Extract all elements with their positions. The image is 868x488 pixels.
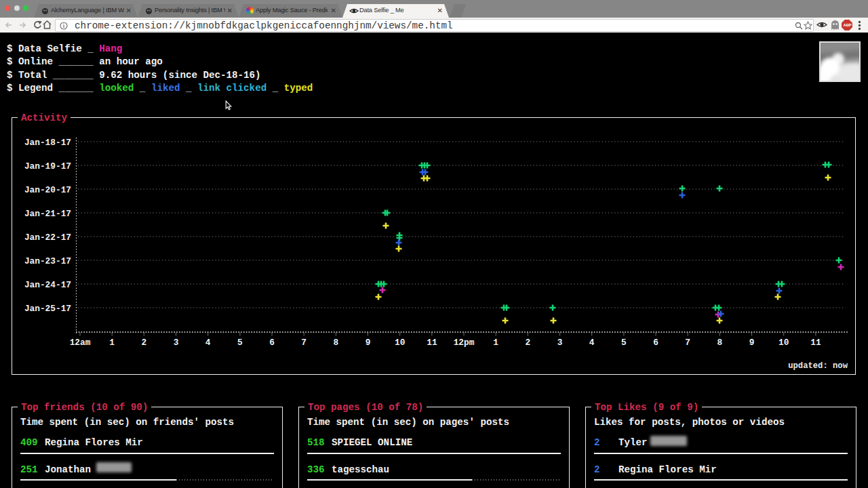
svg-text:1: 1 [109, 338, 115, 348]
svg-text:5: 5 [621, 338, 627, 348]
svg-text:7: 7 [301, 338, 307, 348]
svg-text:12am: 12am [70, 338, 91, 348]
svg-text:1: 1 [493, 338, 498, 348]
svg-text:Jan-25-17: Jan-25-17 [24, 304, 71, 314]
svg-text:6: 6 [653, 338, 658, 348]
svg-text:3: 3 [174, 338, 179, 348]
svg-text:Jan-24-17: Jan-24-17 [24, 280, 71, 290]
svg-text:10: 10 [778, 338, 789, 348]
svg-text:6: 6 [269, 338, 275, 348]
svg-text:Jan-21-17: Jan-21-17 [24, 209, 71, 219]
svg-text:7: 7 [685, 338, 690, 348]
svg-text:2: 2 [141, 338, 146, 348]
svg-text:9: 9 [366, 338, 371, 348]
svg-text:4: 4 [589, 338, 595, 348]
svg-text:9: 9 [749, 338, 755, 348]
svg-text:Jan-20-17: Jan-20-17 [24, 185, 71, 195]
svg-text:4: 4 [205, 338, 211, 348]
svg-text:3: 3 [557, 338, 563, 348]
svg-text:updated: now: updated: now [788, 361, 848, 371]
svg-text:2: 2 [526, 338, 531, 348]
svg-text:Jan-19-17: Jan-19-17 [24, 161, 71, 171]
svg-text:Jan-23-17: Jan-23-17 [24, 256, 71, 266]
svg-text:10: 10 [395, 338, 405, 348]
svg-text:Jan-18-17: Jan-18-17 [24, 138, 71, 148]
svg-text:11: 11 [427, 338, 437, 348]
svg-text:8: 8 [717, 338, 723, 348]
svg-text:11: 11 [810, 338, 821, 348]
svg-text:Jan-22-17: Jan-22-17 [24, 232, 71, 243]
svg-text:5: 5 [237, 338, 243, 348]
svg-text:8: 8 [334, 338, 339, 348]
svg-text:12pm: 12pm [454, 338, 475, 348]
